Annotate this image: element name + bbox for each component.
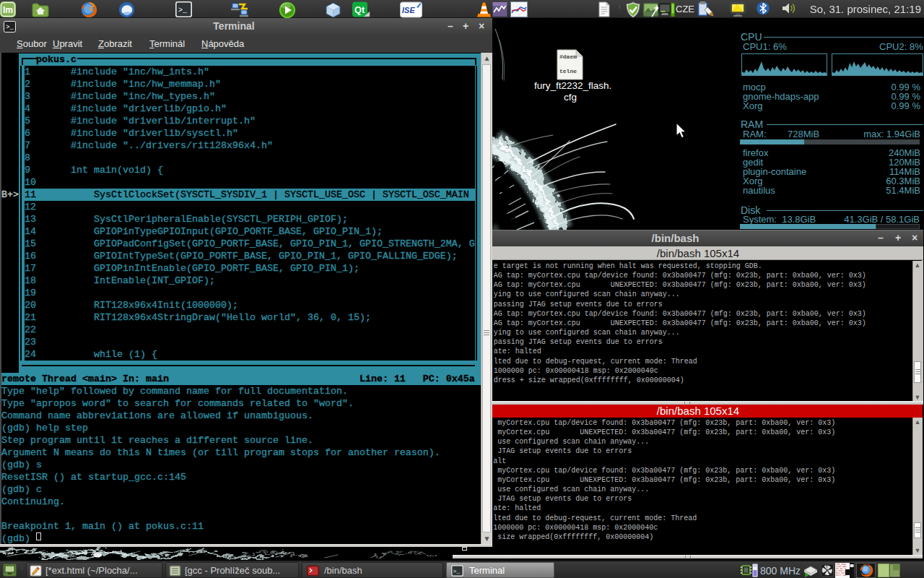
- svg-text:0477 2A9: 0477 2A9: [836, 574, 847, 577]
- svg-text:>_: >_: [6, 24, 14, 31]
- svg-text:Qt: Qt: [354, 4, 365, 15]
- svg-text:ISE: ISE: [402, 6, 415, 14]
- svg-text:telne: telne: [559, 68, 577, 74]
- svg-text:#daem: #daem: [559, 53, 577, 60]
- svg-text:>_: >_: [453, 568, 461, 574]
- svg-text:>_: >_: [178, 7, 188, 14]
- svg-text:lm: lm: [3, 5, 13, 15]
